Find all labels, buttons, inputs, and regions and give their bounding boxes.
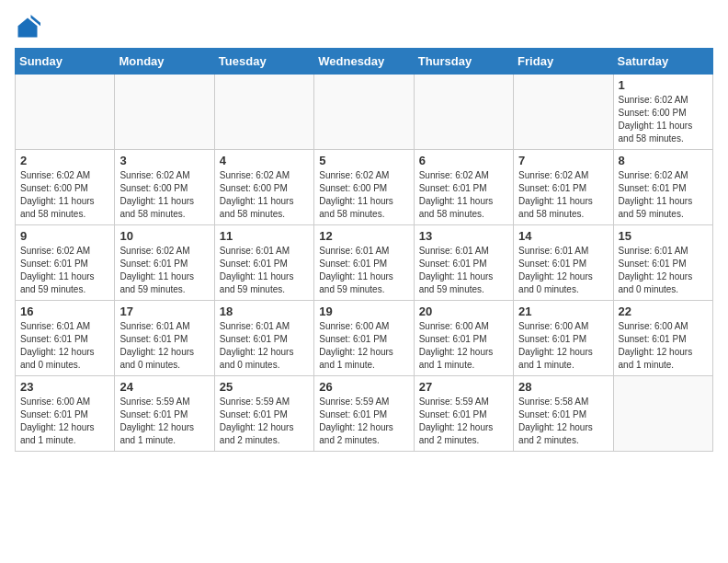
day-number: 6	[419, 154, 508, 167]
day-number: 18	[220, 304, 309, 318]
day-cell: 15Sunrise: 6:01 AM Sunset: 6:01 PM Dayli…	[613, 225, 712, 301]
day-info: Sunrise: 6:01 AM Sunset: 6:01 PM Dayligh…	[119, 320, 209, 372]
day-info: Sunrise: 6:02 AM Sunset: 6:00 PM Dayligh…	[619, 94, 708, 145]
day-cell: 18Sunrise: 6:01 AM Sunset: 6:01 PM Dayli…	[214, 301, 313, 376]
day-cell: 5Sunrise: 6:02 AM Sunset: 6:00 PM Daylig…	[314, 150, 414, 225]
day-number: 7	[518, 154, 608, 167]
day-number: 13	[419, 229, 508, 243]
day-cell: 24Sunrise: 5:59 AM Sunset: 6:01 PM Dayli…	[115, 376, 214, 452]
day-info: Sunrise: 6:01 AM Sunset: 6:01 PM Dayligh…	[518, 245, 608, 296]
day-info: Sunrise: 6:00 AM Sunset: 6:01 PM Dayligh…	[619, 320, 708, 372]
day-info: Sunrise: 6:01 AM Sunset: 6:01 PM Dayligh…	[419, 245, 508, 296]
day-number: 3	[119, 154, 209, 167]
day-number: 5	[319, 154, 408, 167]
day-number: 8	[619, 154, 708, 167]
day-cell	[414, 75, 513, 150]
day-cell: 14Sunrise: 6:01 AM Sunset: 6:01 PM Dayli…	[514, 225, 613, 301]
day-number: 23	[20, 380, 109, 394]
day-number: 26	[319, 380, 408, 394]
day-cell: 2Sunrise: 6:02 AM Sunset: 6:00 PM Daylig…	[16, 150, 115, 225]
day-info: Sunrise: 5:59 AM Sunset: 6:01 PM Dayligh…	[419, 396, 508, 447]
day-info: Sunrise: 6:00 AM Sunset: 6:01 PM Dayligh…	[20, 396, 109, 447]
day-number: 20	[419, 304, 508, 318]
day-number: 4	[220, 154, 309, 167]
day-info: Sunrise: 6:02 AM Sunset: 6:01 PM Dayligh…	[619, 169, 708, 221]
day-cell: 26Sunrise: 5:59 AM Sunset: 6:01 PM Dayli…	[314, 376, 414, 452]
day-number: 17	[119, 304, 209, 318]
day-cell: 28Sunrise: 5:58 AM Sunset: 6:01 PM Dayli…	[514, 376, 613, 452]
day-number: 1	[619, 78, 708, 92]
day-number: 10	[119, 229, 209, 243]
day-cell: 19Sunrise: 6:00 AM Sunset: 6:01 PM Dayli…	[314, 301, 414, 376]
day-number: 2	[20, 154, 109, 167]
week-row-5: 23Sunrise: 6:00 AM Sunset: 6:01 PM Dayli…	[16, 376, 713, 452]
day-info: Sunrise: 6:02 AM Sunset: 6:00 PM Dayligh…	[119, 169, 209, 221]
day-cell: 21Sunrise: 6:00 AM Sunset: 6:01 PM Dayli…	[514, 301, 613, 376]
col-header-saturday: Saturday	[613, 49, 712, 75]
day-cell: 1Sunrise: 6:02 AM Sunset: 6:00 PM Daylig…	[613, 75, 712, 150]
day-number: 14	[518, 229, 608, 243]
day-info: Sunrise: 5:59 AM Sunset: 6:01 PM Dayligh…	[319, 396, 408, 447]
day-cell	[613, 376, 712, 452]
day-number: 16	[20, 304, 109, 318]
day-cell: 12Sunrise: 6:01 AM Sunset: 6:01 PM Dayli…	[314, 225, 414, 301]
day-info: Sunrise: 6:01 AM Sunset: 6:01 PM Dayligh…	[20, 320, 109, 372]
day-info: Sunrise: 6:02 AM Sunset: 6:01 PM Dayligh…	[419, 169, 508, 221]
day-number: 24	[119, 380, 209, 394]
logo-icon	[15, 15, 40, 40]
day-info: Sunrise: 6:02 AM Sunset: 6:01 PM Dayligh…	[20, 245, 109, 296]
day-number: 28	[518, 380, 608, 394]
day-number: 22	[619, 304, 708, 318]
day-info: Sunrise: 6:02 AM Sunset: 6:00 PM Dayligh…	[319, 169, 408, 221]
day-cell: 3Sunrise: 6:02 AM Sunset: 6:00 PM Daylig…	[115, 150, 214, 225]
day-cell: 20Sunrise: 6:00 AM Sunset: 6:01 PM Dayli…	[414, 301, 513, 376]
header-row: SundayMondayTuesdayWednesdayThursdayFrid…	[16, 49, 713, 75]
day-info: Sunrise: 6:02 AM Sunset: 6:01 PM Dayligh…	[119, 245, 209, 296]
day-number: 9	[20, 229, 109, 243]
page-header	[15, 15, 713, 40]
day-cell: 22Sunrise: 6:00 AM Sunset: 6:01 PM Dayli…	[613, 301, 712, 376]
day-info: Sunrise: 6:01 AM Sunset: 6:01 PM Dayligh…	[319, 245, 408, 296]
day-cell: 10Sunrise: 6:02 AM Sunset: 6:01 PM Dayli…	[115, 225, 214, 301]
day-info: Sunrise: 6:02 AM Sunset: 6:01 PM Dayligh…	[518, 169, 608, 221]
week-row-1: 1Sunrise: 6:02 AM Sunset: 6:00 PM Daylig…	[16, 75, 713, 150]
day-info: Sunrise: 6:00 AM Sunset: 6:01 PM Dayligh…	[518, 320, 608, 372]
day-cell: 9Sunrise: 6:02 AM Sunset: 6:01 PM Daylig…	[16, 225, 115, 301]
day-number: 11	[220, 229, 309, 243]
day-cell: 27Sunrise: 5:59 AM Sunset: 6:01 PM Dayli…	[414, 376, 513, 452]
day-number: 27	[419, 380, 508, 394]
week-row-4: 16Sunrise: 6:01 AM Sunset: 6:01 PM Dayli…	[16, 301, 713, 376]
week-row-3: 9Sunrise: 6:02 AM Sunset: 6:01 PM Daylig…	[16, 225, 713, 301]
day-cell: 25Sunrise: 5:59 AM Sunset: 6:01 PM Dayli…	[214, 376, 313, 452]
day-info: Sunrise: 5:58 AM Sunset: 6:01 PM Dayligh…	[518, 396, 608, 447]
day-info: Sunrise: 6:00 AM Sunset: 6:01 PM Dayligh…	[319, 320, 408, 372]
day-cell: 7Sunrise: 6:02 AM Sunset: 6:01 PM Daylig…	[514, 150, 613, 225]
day-cell: 23Sunrise: 6:00 AM Sunset: 6:01 PM Dayli…	[16, 376, 115, 452]
day-cell: 16Sunrise: 6:01 AM Sunset: 6:01 PM Dayli…	[16, 301, 115, 376]
day-info: Sunrise: 6:02 AM Sunset: 6:00 PM Dayligh…	[220, 169, 309, 221]
day-number: 21	[518, 304, 608, 318]
week-row-2: 2Sunrise: 6:02 AM Sunset: 6:00 PM Daylig…	[16, 150, 713, 225]
day-cell: 4Sunrise: 6:02 AM Sunset: 6:00 PM Daylig…	[214, 150, 313, 225]
col-header-thursday: Thursday	[414, 49, 513, 75]
day-cell	[16, 75, 115, 150]
day-number: 25	[220, 380, 309, 394]
day-info: Sunrise: 5:59 AM Sunset: 6:01 PM Dayligh…	[119, 396, 209, 447]
day-info: Sunrise: 6:01 AM Sunset: 6:01 PM Dayligh…	[220, 245, 309, 296]
col-header-monday: Monday	[115, 49, 214, 75]
col-header-wednesday: Wednesday	[314, 49, 414, 75]
day-info: Sunrise: 6:02 AM Sunset: 6:00 PM Dayligh…	[20, 169, 109, 221]
day-cell: 6Sunrise: 6:02 AM Sunset: 6:01 PM Daylig…	[414, 150, 513, 225]
day-number: 15	[619, 229, 708, 243]
day-info: Sunrise: 6:01 AM Sunset: 6:01 PM Dayligh…	[619, 245, 708, 296]
day-cell	[214, 75, 313, 150]
col-header-friday: Friday	[514, 49, 613, 75]
col-header-sunday: Sunday	[16, 49, 115, 75]
day-number: 12	[319, 229, 408, 243]
day-cell	[115, 75, 214, 150]
day-cell: 17Sunrise: 6:01 AM Sunset: 6:01 PM Dayli…	[115, 301, 214, 376]
day-cell	[314, 75, 414, 150]
day-info: Sunrise: 6:00 AM Sunset: 6:01 PM Dayligh…	[419, 320, 508, 372]
calendar-table: SundayMondayTuesdayWednesdayThursdayFrid…	[15, 48, 713, 452]
day-cell: 13Sunrise: 6:01 AM Sunset: 6:01 PM Dayli…	[414, 225, 513, 301]
